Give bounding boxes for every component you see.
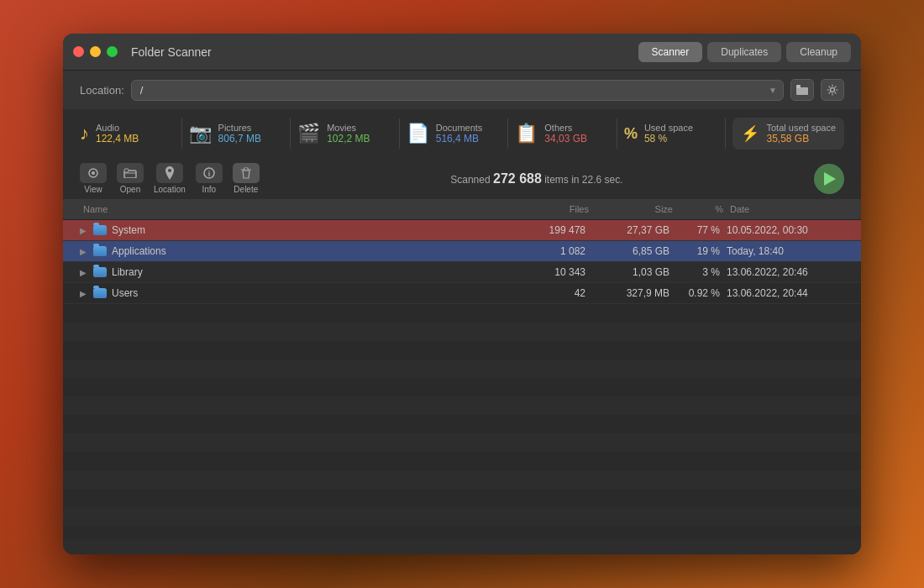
pct-users: 0.92 % (676, 287, 727, 299)
svg-point-8 (168, 169, 171, 172)
documents-value: 516,4 MB (436, 133, 483, 144)
row-label-library: Library (112, 266, 143, 278)
movies-value: 102,2 MB (327, 133, 370, 144)
folder-icon-library (93, 267, 107, 277)
expand-icon-system[interactable]: ▶ (80, 226, 87, 235)
minimize-button[interactable] (90, 46, 101, 57)
col-name-header: Name (80, 202, 508, 216)
play-scan-button[interactable] (814, 164, 844, 194)
location-icon (156, 163, 183, 183)
file-table[interactable]: Name Files Size % Date ▶ System 199 478 … (63, 199, 861, 554)
files-applications: 1 082 (508, 245, 592, 257)
size-system: 27,37 GB (592, 224, 676, 236)
settings-button[interactable] (821, 79, 844, 101)
location-input-wrapper: / ▼ (131, 80, 784, 101)
folder-icon-users (93, 288, 107, 298)
audio-value: 122,4 MB (96, 133, 139, 144)
location-button[interactable]: Location (154, 163, 186, 194)
stat-total-space: ⚡ Total used space 35,58 GB (732, 118, 844, 150)
row-label-applications: Applications (112, 245, 166, 257)
stat-others: 📋 Others 34,03 GB (515, 123, 610, 144)
date-system: 10.05.2022, 00:30 (727, 224, 844, 236)
documents-label: Documents (436, 123, 483, 133)
close-button[interactable] (73, 46, 84, 57)
play-icon (824, 172, 836, 186)
delete-button[interactable]: Delete (233, 163, 260, 194)
col-date-header: Date (727, 202, 844, 216)
stat-documents: 📄 Documents 516,4 MB (407, 123, 501, 144)
pct-library: 3 % (676, 266, 727, 278)
info-icon: i (196, 163, 223, 183)
delete-icon (233, 163, 260, 183)
stat-audio: ♪ Audio 122,4 MB (80, 123, 175, 144)
view-button[interactable]: View (80, 163, 107, 194)
row-name-users: ▶ Users (80, 287, 508, 299)
expand-icon-library[interactable]: ▶ (80, 268, 87, 277)
percent-icon: % (624, 125, 638, 143)
table-row[interactable]: ▶ Library 10 343 1,03 GB 3 % 13.06.2022,… (63, 262, 861, 283)
stats-row: ♪ Audio 122,4 MB 📷 Pictures 806,7 MB 🎬 M… (63, 109, 861, 158)
others-value: 34,03 GB (544, 133, 587, 144)
open-icon (117, 163, 144, 183)
total-space-value: 35,58 GB (766, 133, 836, 144)
divider-6 (725, 118, 726, 149)
toolbar-tools: View Open Location i Info (80, 163, 260, 194)
duplicates-tab-button[interactable]: Duplicates (707, 42, 781, 62)
divider-5 (617, 118, 617, 149)
info-button[interactable]: i Info (196, 163, 223, 194)
stat-movies: 🎬 Movies 102,2 MB (297, 123, 392, 144)
date-applications: Today, 18:40 (727, 245, 844, 257)
expand-icon-applications[interactable]: ▶ (80, 247, 87, 256)
title-buttons: Scanner Duplicates Cleanup (638, 42, 851, 62)
location-select[interactable]: / (131, 80, 784, 101)
audio-icon: ♪ (80, 123, 89, 144)
scanner-tab-button[interactable]: Scanner (638, 42, 703, 62)
row-label-users: Users (112, 287, 138, 299)
divider-2 (290, 118, 291, 149)
pictures-icon: 📷 (189, 123, 212, 144)
pictures-value: 806,7 MB (218, 133, 261, 144)
scan-info: Scanned 272 688 items in 22.6 sec. (260, 171, 814, 186)
table-header: Name Files Size % Date (63, 199, 861, 220)
row-name-applications: ▶ Applications (80, 245, 508, 257)
folder-icon-applications (93, 246, 107, 256)
empty-rows (63, 304, 861, 539)
movies-icon: 🎬 (297, 123, 320, 144)
size-library: 1,03 GB (592, 266, 676, 278)
svg-point-5 (92, 171, 95, 175)
used-space-value: 58 % (644, 133, 693, 144)
maximize-button[interactable] (107, 46, 118, 57)
pct-applications: 19 % (676, 245, 727, 257)
svg-rect-2 (796, 85, 801, 88)
stat-pictures: 📷 Pictures 806,7 MB (189, 123, 284, 144)
main-window: Folder Scanner Scanner Duplicates Cleanu… (63, 34, 861, 554)
expand-icon-users[interactable]: ▶ (80, 289, 87, 298)
used-space-label: Used space (644, 123, 693, 133)
divider-1 (181, 118, 182, 149)
folder-icon-system (93, 225, 107, 235)
open-button[interactable]: Open (117, 163, 144, 194)
toolbar: View Open Location i Info (63, 158, 861, 199)
size-applications: 6,85 GB (592, 245, 676, 257)
browse-button[interactable] (790, 79, 814, 101)
pictures-label: Pictures (218, 123, 261, 133)
view-icon (80, 163, 107, 183)
scan-text: Scanned (450, 174, 490, 186)
table-row[interactable]: ▶ Applications 1 082 6,85 GB 19 % Today,… (63, 241, 861, 262)
audio-label: Audio (96, 123, 139, 133)
divider-4 (507, 118, 508, 149)
scan-count: 272 688 (493, 171, 542, 186)
files-library: 10 343 (508, 266, 592, 278)
others-label: Others (544, 123, 587, 133)
window-title: Folder Scanner (131, 45, 212, 59)
scan-suffix: items in 22.6 sec. (544, 174, 622, 186)
divider-3 (399, 118, 400, 149)
cleanup-tab-button[interactable]: Cleanup (786, 42, 851, 62)
others-icon: 📋 (515, 123, 538, 144)
table-row[interactable]: ▶ Users 42 327,9 MB 0.92 % 13.06.2022, 2… (63, 283, 861, 304)
traffic-lights (73, 46, 118, 57)
table-row[interactable]: ▶ System 199 478 27,37 GB 77 % 10.05.202… (63, 220, 861, 241)
documents-icon: 📄 (407, 123, 429, 144)
svg-rect-7 (124, 169, 129, 172)
title-bar: Folder Scanner Scanner Duplicates Cleanu… (63, 34, 861, 71)
